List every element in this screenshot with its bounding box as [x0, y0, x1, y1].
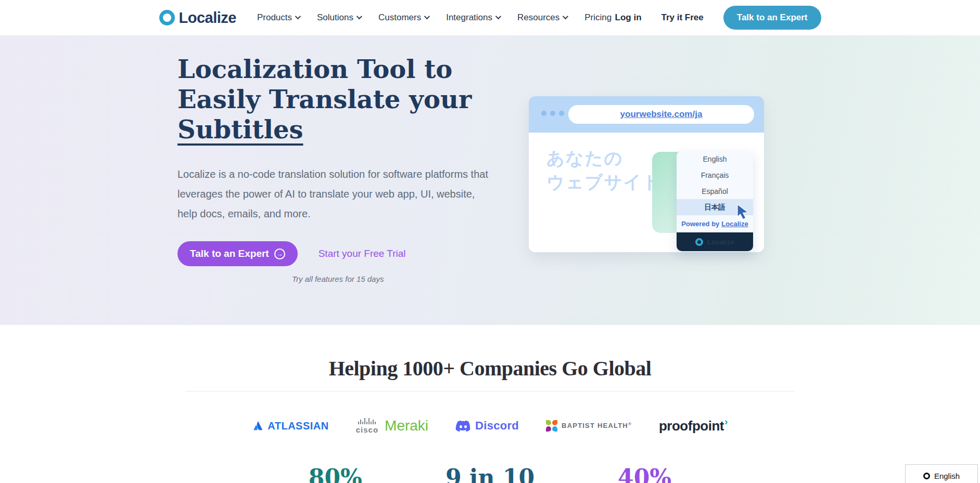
- atlassian-mark-icon: [253, 420, 264, 432]
- nav-item-solutions[interactable]: Solutions: [317, 12, 361, 23]
- localize-logo[interactable]: Localize: [159, 9, 236, 27]
- companies-heading: Helping 1000+ Companies Go Global: [0, 356, 980, 381]
- stat-value: 80%: [309, 464, 362, 483]
- trial-note: Try all features for 15 days: [292, 275, 500, 283]
- proofpoint-chevron-accent: ›: [724, 416, 728, 427]
- powered-by-localize-link[interactable]: Localize: [721, 220, 748, 228]
- companies-section: Helping 1000+ Companies Go Global ATLASS…: [0, 356, 980, 483]
- hero-title-underlined-word: Subtitles: [177, 115, 303, 144]
- talk-to-expert-hero-button[interactable]: Talk to an Expert →: [177, 241, 298, 266]
- try-it-free-link[interactable]: Try it Free: [661, 12, 704, 23]
- nav-item-integrations[interactable]: Integrations: [446, 12, 500, 23]
- proofpoint-logo: proofpoint›: [659, 418, 727, 434]
- dropdown-option-french[interactable]: Français: [677, 167, 753, 183]
- hero-copy: Localization Tool to Easily Translate yo…: [177, 54, 500, 283]
- browser-topbar: yourwebsite.com/ja: [529, 96, 764, 133]
- nav-item-products[interactable]: Products: [257, 12, 299, 23]
- dropdown-dark-footer: Localize: [677, 232, 753, 251]
- dropdown-option-spanish[interactable]: Español: [677, 183, 753, 199]
- localize-ring-icon: [159, 10, 175, 25]
- mock-site-text: あなたの ウェブサイト: [546, 146, 661, 194]
- hero-title: Localization Tool to Easily Translate yo…: [177, 54, 500, 145]
- hero-section: Localization Tool to Easily Translate yo…: [0, 35, 980, 325]
- localize-logo-text: Localize: [179, 9, 236, 27]
- baptist-health-logo: BAPTIST HEALTH®: [546, 420, 632, 432]
- arrow-right-circle-icon: →: [274, 249, 285, 259]
- dropdown-option-english[interactable]: English: [677, 151, 753, 167]
- localize-ring-icon-small: [695, 238, 703, 246]
- chevron-down-icon: [495, 13, 501, 19]
- browser-dots-icon: [541, 111, 564, 116]
- chevron-down-icon: [295, 13, 301, 19]
- login-link[interactable]: Log in: [615, 12, 642, 23]
- stats-row: 80% 9 in 10 40%: [0, 464, 980, 483]
- stat-value: 40%: [618, 464, 671, 483]
- chevron-down-icon: [563, 13, 568, 19]
- browser-url-bar: yourwebsite.com/ja: [568, 105, 754, 124]
- chevron-down-icon: [357, 13, 362, 19]
- cisco-bars-icon: [358, 418, 376, 424]
- section-divider: [185, 391, 795, 391]
- chevron-down-icon: [424, 13, 430, 19]
- localize-widget-ring-icon: [923, 473, 930, 479]
- main-nav: Products Solutions Customers Integration…: [257, 12, 612, 23]
- atlassian-logo: ATLASSIAN: [253, 420, 328, 432]
- cta-row: Talk to an Expert → Start your Free Tria…: [177, 241, 500, 266]
- language-dropdown: English Français Español 日本語 Powered by …: [677, 151, 753, 251]
- nav-item-pricing[interactable]: Pricing: [584, 12, 612, 23]
- discord-logo: Discord: [455, 419, 519, 433]
- top-header: Localize Products Solutions Customers In…: [0, 0, 980, 35]
- company-logos-row: ATLASSIAN cisco Meraki Discord BAPTIST H…: [0, 417, 980, 434]
- nav-item-customers[interactable]: Customers: [378, 12, 428, 23]
- language-switcher-widget[interactable]: English: [905, 464, 978, 483]
- cisco-meraki-logo: cisco Meraki: [356, 417, 428, 434]
- hero-description: Localize is a no-code translation soluti…: [177, 164, 490, 224]
- talk-to-expert-header-button[interactable]: Talk to an Expert: [723, 6, 821, 30]
- language-widget-label: English: [934, 472, 960, 480]
- stat-value: 9 in 10: [446, 464, 534, 483]
- nav-item-resources[interactable]: Resources: [517, 12, 567, 23]
- mouse-pointer-arrow-icon: [736, 203, 752, 220]
- browser-mockup: yourwebsite.com/ja あなたの ウェブサイト English F…: [529, 96, 764, 252]
- header-actions: Log in Try it Free Talk to an Expert: [615, 6, 821, 30]
- mock-url-link[interactable]: yourwebsite.com/ja: [620, 109, 703, 120]
- start-free-trial-link[interactable]: Start your Free Trial: [319, 248, 406, 259]
- pinwheel-leaves-icon: [546, 420, 557, 432]
- discord-mascot-icon: [455, 420, 471, 432]
